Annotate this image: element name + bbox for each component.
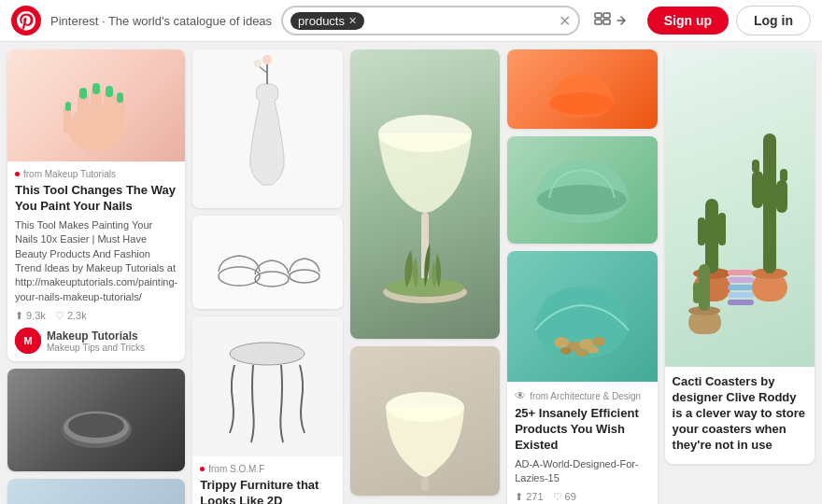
pin-image bbox=[350, 49, 500, 339]
source-dot bbox=[15, 172, 20, 176]
grid-view-icon[interactable] bbox=[593, 11, 629, 30]
pin-card[interactable]: Cacti Coasters by designer Clive Roddy i… bbox=[665, 49, 815, 464]
pin-column-1: from S.O.M.F Trippy Furniture that Looks… bbox=[192, 49, 342, 504]
signup-button[interactable]: Sign up bbox=[647, 7, 729, 35]
pin-card[interactable]: SOAP bbox=[7, 479, 185, 504]
svg-point-40 bbox=[549, 92, 615, 115]
pinterest-logo[interactable] bbox=[11, 6, 41, 35]
svg-point-32 bbox=[290, 270, 319, 283]
user-subtitle: Makeup Tips and Tricks bbox=[47, 343, 145, 353]
pin-card[interactable]: from S.O.M.F Trippy Furniture that Looks… bbox=[192, 316, 342, 504]
pin-title: 25+ Insanely Efficient Products You Wish… bbox=[515, 406, 649, 454]
save-count: ⬆ 271 bbox=[515, 491, 543, 503]
pin-image bbox=[350, 346, 500, 496]
pin-stats: ⬆ 271 ♡ 69 bbox=[515, 491, 649, 503]
source-label: from S.O.M.F bbox=[208, 464, 264, 474]
svg-point-33 bbox=[230, 343, 305, 365]
pin-image bbox=[192, 316, 342, 456]
svg-rect-12 bbox=[106, 86, 113, 97]
search-tag[interactable]: products ✕ bbox=[291, 12, 364, 30]
source-label: from Architecture & Design bbox=[530, 391, 641, 401]
pin-card[interactable]: 👁 from Architecture & Design 25+ Insanel… bbox=[507, 251, 657, 504]
heart-count: ♡ 2.3k bbox=[55, 310, 87, 322]
pin-image bbox=[507, 136, 657, 244]
pin-card[interactable] bbox=[350, 346, 500, 496]
pin-source: from Makeup Tutorials bbox=[15, 169, 177, 179]
svg-rect-62 bbox=[728, 285, 754, 290]
site-title: Pinterest · The world's catalogue of ide… bbox=[50, 14, 272, 28]
svg-rect-61 bbox=[728, 292, 754, 298]
svg-point-45 bbox=[592, 337, 605, 346]
svg-point-0 bbox=[11, 6, 41, 35]
main-content: from Makeup Tutorials This Tool Changes … bbox=[0, 42, 822, 504]
pin-info: from Makeup Tutorials This Tool Changes … bbox=[7, 161, 185, 361]
svg-rect-68 bbox=[752, 171, 763, 208]
pin-card[interactable] bbox=[350, 49, 500, 339]
svg-rect-64 bbox=[728, 270, 754, 275]
user-avatar: M bbox=[15, 328, 41, 354]
svg-rect-11 bbox=[92, 83, 100, 94]
svg-rect-39 bbox=[421, 477, 429, 491]
pin-card[interactable] bbox=[507, 49, 657, 129]
source-label: from Makeup Tutorials bbox=[23, 169, 116, 179]
svg-rect-60 bbox=[728, 300, 754, 305]
search-input[interactable] bbox=[370, 14, 553, 28]
pin-image bbox=[192, 216, 342, 309]
source-dot bbox=[200, 467, 205, 471]
svg-rect-70 bbox=[776, 180, 787, 213]
pin-title: Trippy Furniture that Looks Like 2D Sket… bbox=[200, 478, 334, 504]
svg-rect-2 bbox=[603, 13, 610, 18]
svg-rect-1 bbox=[595, 13, 602, 18]
svg-point-28 bbox=[262, 55, 272, 64]
svg-point-41 bbox=[537, 185, 627, 215]
svg-point-48 bbox=[588, 346, 599, 354]
header: Pinterest · The world's catalogue of ide… bbox=[0, 0, 822, 42]
svg-point-46 bbox=[560, 347, 572, 355]
pin-info: from S.O.M.F Trippy Furniture that Looks… bbox=[192, 456, 342, 504]
pin-column-2 bbox=[350, 49, 500, 496]
pin-info: 👁 from Architecture & Design 25+ Insanel… bbox=[507, 382, 657, 504]
login-button[interactable]: Log in bbox=[736, 6, 811, 35]
pin-title: Cacti Coasters by designer Clive Roddy i… bbox=[673, 374, 807, 453]
pin-desc: This Tool Makes Painting Your Nails 10x … bbox=[15, 218, 177, 304]
pin-card[interactable] bbox=[7, 369, 185, 471]
svg-text:M: M bbox=[23, 335, 32, 346]
pin-info: Cacti Coasters by designer Clive Roddy i… bbox=[665, 367, 815, 464]
svg-point-47 bbox=[575, 349, 588, 357]
pin-column-3: 👁 from Architecture & Design 25+ Insanel… bbox=[507, 49, 657, 504]
pin-image bbox=[7, 369, 185, 471]
svg-rect-63 bbox=[728, 277, 754, 283]
svg-point-31 bbox=[255, 272, 289, 287]
svg-rect-67 bbox=[763, 133, 776, 273]
pin-user[interactable]: M Makeup Tutorials Makeup Tips and Trick… bbox=[15, 328, 177, 354]
pin-column-0: from Makeup Tutorials This Tool Changes … bbox=[7, 49, 185, 504]
pin-image bbox=[665, 49, 815, 367]
search-tag-close-icon[interactable]: ✕ bbox=[348, 15, 357, 27]
pin-desc: AD-A-World-Designed-For-Lazies-15 bbox=[515, 457, 649, 486]
pin-card[interactable] bbox=[192, 49, 342, 208]
pin-image bbox=[192, 49, 342, 208]
svg-rect-57 bbox=[705, 199, 718, 273]
search-tag-text: products bbox=[298, 14, 345, 28]
search-clear-icon[interactable]: ✕ bbox=[559, 12, 571, 30]
svg-rect-69 bbox=[752, 160, 759, 173]
svg-rect-58 bbox=[698, 217, 705, 245]
user-info: Makeup Tutorials Makeup Tips and Tricks bbox=[47, 329, 145, 353]
pin-source: from S.O.M.F bbox=[200, 464, 334, 474]
pin-column-4: Cacti Coasters by designer Clive Roddy i… bbox=[665, 49, 815, 464]
pin-source: 👁 from Architecture & Design bbox=[515, 389, 649, 402]
svg-rect-10 bbox=[79, 88, 87, 99]
pin-card[interactable] bbox=[507, 136, 657, 244]
pin-card[interactable] bbox=[192, 216, 342, 309]
pin-card[interactable]: from Makeup Tutorials This Tool Changes … bbox=[7, 49, 185, 361]
search-bar[interactable]: products ✕ ✕ bbox=[281, 6, 580, 35]
svg-rect-75 bbox=[693, 283, 701, 303]
svg-point-30 bbox=[219, 267, 260, 286]
heart-count: ♡ 69 bbox=[553, 491, 576, 503]
pin-image: SOAP bbox=[7, 479, 185, 504]
pin-image bbox=[7, 49, 185, 161]
svg-point-20 bbox=[68, 413, 124, 438]
user-name: Makeup Tutorials bbox=[47, 329, 145, 343]
svg-rect-13 bbox=[117, 92, 123, 103]
header-actions: Sign up Log in bbox=[647, 6, 811, 35]
